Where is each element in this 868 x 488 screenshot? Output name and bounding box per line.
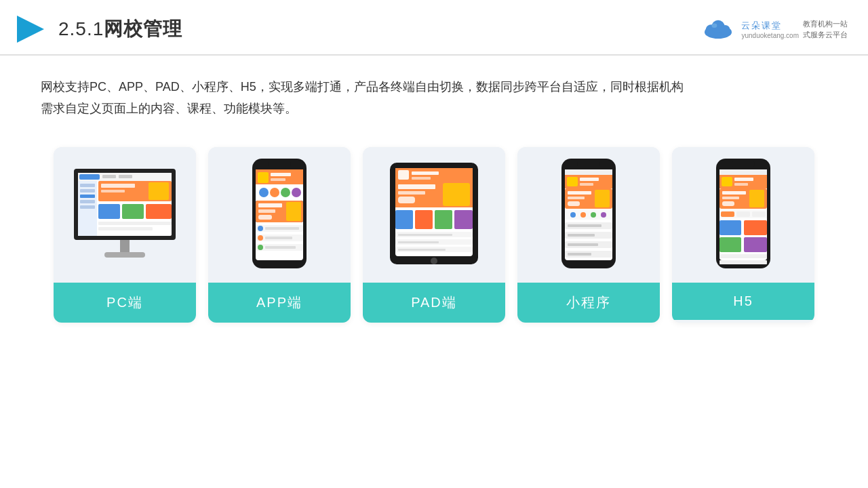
svg-rect-27 xyxy=(120,240,130,252)
svg-rect-69 xyxy=(435,210,452,229)
svg-rect-67 xyxy=(395,210,413,229)
svg-rect-74 xyxy=(398,241,439,243)
svg-rect-84 xyxy=(580,183,593,186)
svg-rect-9 xyxy=(79,174,100,180)
svg-rect-122 xyxy=(719,237,741,252)
card-miniprogram-image xyxy=(517,147,660,283)
svg-rect-51 xyxy=(265,237,292,239)
svg-point-37 xyxy=(270,188,279,197)
svg-rect-54 xyxy=(265,246,296,249)
svg-rect-59 xyxy=(398,170,409,180)
cards-container: PC端 xyxy=(0,127,868,323)
svg-rect-33 xyxy=(258,172,269,183)
svg-rect-63 xyxy=(398,184,435,189)
svg-rect-28 xyxy=(104,252,145,258)
svg-rect-64 xyxy=(398,191,425,195)
svg-rect-21 xyxy=(149,182,169,200)
svg-rect-86 xyxy=(568,191,591,195)
svg-rect-22 xyxy=(98,204,120,219)
svg-rect-66 xyxy=(443,183,470,206)
svg-rect-23 xyxy=(122,204,144,219)
svg-rect-72 xyxy=(398,234,452,236)
svg-rect-83 xyxy=(580,178,599,181)
app-phone-mockup xyxy=(249,157,310,272)
svg-rect-61 xyxy=(412,177,431,180)
card-app-label: APP端 xyxy=(208,283,351,323)
svg-rect-20 xyxy=(101,190,125,192)
card-pc-image xyxy=(54,147,196,283)
svg-rect-44 xyxy=(258,215,272,220)
svg-rect-17 xyxy=(80,205,95,209)
card-pad: PAD端 xyxy=(363,147,505,323)
svg-point-4 xyxy=(721,25,730,35)
miniprogram-phone-mockup xyxy=(558,157,619,272)
svg-rect-13 xyxy=(80,184,95,187)
svg-rect-79 xyxy=(577,161,600,167)
svg-rect-31 xyxy=(268,161,291,167)
svg-point-57 xyxy=(431,258,437,264)
svg-rect-89 xyxy=(595,190,610,207)
svg-rect-25 xyxy=(98,222,172,225)
svg-point-93 xyxy=(591,212,596,218)
svg-rect-19 xyxy=(101,184,135,188)
svg-point-36 xyxy=(259,188,269,197)
card-miniprogram-label: 小程序 xyxy=(517,283,660,323)
card-app: APP端 xyxy=(208,147,351,323)
svg-rect-48 xyxy=(265,227,299,230)
card-app-image xyxy=(208,147,351,283)
cloud-logo-icon xyxy=(698,17,738,41)
svg-rect-106 xyxy=(719,169,767,175)
svg-rect-15 xyxy=(80,195,95,198)
svg-rect-109 xyxy=(734,178,753,181)
svg-rect-70 xyxy=(454,210,473,229)
svg-point-92 xyxy=(580,212,586,218)
pad-tablet-mockup xyxy=(383,157,485,272)
svg-rect-120 xyxy=(719,220,741,235)
card-h5-label: H5 xyxy=(672,283,814,320)
header: 2.5.12.5.1网校管理网校管理 云朵课堂 yunduoketang.com… xyxy=(0,0,868,56)
svg-point-38 xyxy=(281,188,290,197)
card-pc-label: PC端 xyxy=(54,283,196,323)
svg-rect-115 xyxy=(749,190,764,207)
svg-rect-117 xyxy=(721,211,734,217)
svg-rect-65 xyxy=(398,197,415,203)
svg-point-39 xyxy=(292,188,301,197)
logo-url: yunduoketang.com xyxy=(741,32,799,39)
svg-marker-0 xyxy=(17,16,44,43)
svg-rect-34 xyxy=(271,173,291,176)
svg-rect-110 xyxy=(734,183,748,186)
svg-rect-98 xyxy=(568,234,595,237)
svg-rect-60 xyxy=(412,171,439,175)
svg-point-47 xyxy=(258,226,263,231)
svg-rect-87 xyxy=(568,197,585,199)
svg-rect-10 xyxy=(102,175,116,178)
svg-rect-124 xyxy=(719,254,767,258)
card-pc: PC端 xyxy=(54,147,196,323)
svg-rect-114 xyxy=(722,201,734,206)
svg-point-53 xyxy=(258,245,263,250)
svg-rect-42 xyxy=(258,203,282,207)
header-left: 2.5.12.5.1网校管理网校管理 xyxy=(14,12,182,46)
svg-point-50 xyxy=(258,235,263,241)
svg-rect-88 xyxy=(568,201,580,206)
logo-tagline: 教育机构一站式服务云平台 xyxy=(803,18,848,41)
card-h5-image xyxy=(672,147,814,283)
logo-name: 云朵课堂 xyxy=(741,20,799,32)
description-text: 网校支持PC、APP、PAD、小程序、H5，实现多端打通，产品各终端自由切换，数… xyxy=(0,56,746,127)
h5-phone-mockup xyxy=(713,157,774,272)
card-miniprogram: 小程序 xyxy=(517,147,660,323)
card-h5: H5 xyxy=(672,147,814,323)
page-title: 2.5.12.5.1网校管理网校管理 xyxy=(58,16,182,42)
svg-rect-125 xyxy=(719,260,767,264)
svg-rect-16 xyxy=(80,200,95,203)
card-pad-image xyxy=(363,147,505,283)
svg-rect-118 xyxy=(736,211,750,217)
svg-rect-100 xyxy=(568,243,598,246)
logo-area: 云朵课堂 yunduoketang.com 教育机构一站式服务云平台 xyxy=(698,17,848,41)
svg-rect-112 xyxy=(722,191,746,195)
svg-rect-108 xyxy=(722,177,732,186)
svg-point-91 xyxy=(570,212,576,218)
svg-rect-43 xyxy=(258,209,275,213)
svg-rect-11 xyxy=(119,175,132,178)
svg-rect-14 xyxy=(80,189,95,192)
